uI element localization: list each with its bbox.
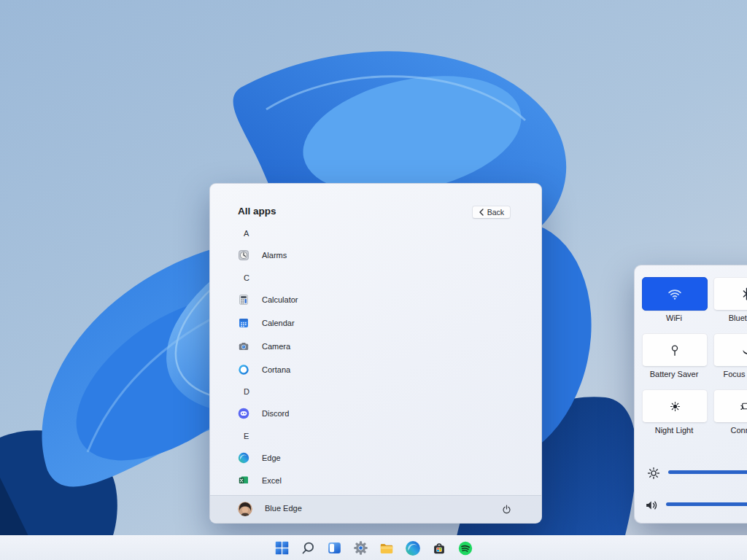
wifi-icon [667,288,682,300]
app-row-camera[interactable]: Camera [238,341,533,352]
user-name[interactable]: Blue Edge [265,504,302,513]
night-light-icon [669,400,681,413]
desktop: All apps Back A Alarms C [0,0,747,560]
start-menu-footer: Blue Edge [210,495,541,523]
calendar-icon [238,317,249,329]
file-explorer-icon [379,540,395,556]
section-letter[interactable]: E [239,430,249,442]
app-row-alarms[interactable]: Alarms [238,249,533,261]
app-row-calendar[interactable]: Calendar [238,317,533,329]
calculator-icon [238,294,249,306]
start-icon [274,540,290,556]
settings-button[interactable] [352,539,370,557]
battery-saver-icon [669,343,681,357]
connect-label: Connect [713,426,747,435]
edge-icon [405,540,421,556]
app-row-cortana[interactable]: Cortana [238,364,533,376]
battery-saver-label: Battery Saver [642,370,706,378]
app-row-edge[interactable]: Edge [238,452,533,464]
bluetooth-tile[interactable] [713,277,747,311]
spotify-button[interactable] [457,539,475,557]
app-label: Excel [262,475,282,483]
battery-saver-tile[interactable] [642,333,708,367]
brightness-icon [645,464,662,482]
excel-icon [238,475,249,483]
connect-icon [740,400,747,412]
all-apps-list: A Alarms C Calculat [210,225,541,483]
power-button[interactable] [499,502,514,516]
app-row-discord[interactable]: Discord [238,408,533,419]
app-label: Camera [262,341,290,352]
app-label: Discord [262,408,289,419]
spotify-icon [457,540,473,556]
start-button[interactable] [273,539,291,557]
camera-icon [238,341,249,352]
app-row-calculator[interactable]: Calculator [238,294,533,306]
store-icon [431,540,447,556]
taskbar [0,535,747,560]
section-letter[interactable]: C [239,272,249,284]
focus-assist-tile[interactable] [713,333,747,367]
all-apps-title: All apps [238,206,276,217]
store-button[interactable] [430,539,449,557]
task-view-button[interactable] [325,539,344,557]
app-label: Edge [262,452,281,464]
focus-assist-label: Focus assist [713,370,747,378]
focus-assist-icon [740,344,747,357]
volume-slider[interactable] [666,502,747,506]
edge-browser-button[interactable] [404,539,422,557]
night-light-tile[interactable] [642,389,708,423]
app-label: Cortana [262,364,290,376]
alarms-icon [238,249,249,261]
discord-icon [238,408,249,419]
edge-icon [238,452,249,464]
app-row-excel[interactable]: Excel [238,475,533,483]
chevron-left-icon [479,209,484,216]
quick-settings-panel: WiFi Bluetooth Battery Saver Focus assis… [634,265,747,524]
section-letter[interactable]: A [239,228,249,239]
night-light-label: Night Light [642,426,706,435]
app-label: Calculator [262,294,298,306]
wifi-tile[interactable] [642,277,708,311]
start-menu-all-apps-panel: All apps Back A Alarms C [209,183,542,524]
settings-gear-icon [353,540,368,556]
task-view-icon [327,540,342,556]
power-icon [501,504,512,515]
back-button[interactable]: Back [472,206,511,219]
bluetooth-label: Bluetooth [713,314,747,322]
search-button[interactable] [299,539,317,557]
app-label: Calendar [262,317,295,329]
wifi-label: WiFi [642,314,706,322]
app-label: Alarms [262,249,287,261]
volume-icon [643,497,660,514]
connect-tile[interactable] [713,389,747,423]
bluetooth-icon [742,287,747,300]
user-avatar[interactable] [238,502,252,516]
search-icon [301,540,316,556]
brightness-slider[interactable] [668,470,747,474]
back-button-label: Back [487,208,504,217]
file-explorer-button[interactable] [378,539,396,557]
section-letter[interactable]: D [239,386,249,397]
cortana-icon [238,364,249,376]
avatar-image [238,502,252,516]
